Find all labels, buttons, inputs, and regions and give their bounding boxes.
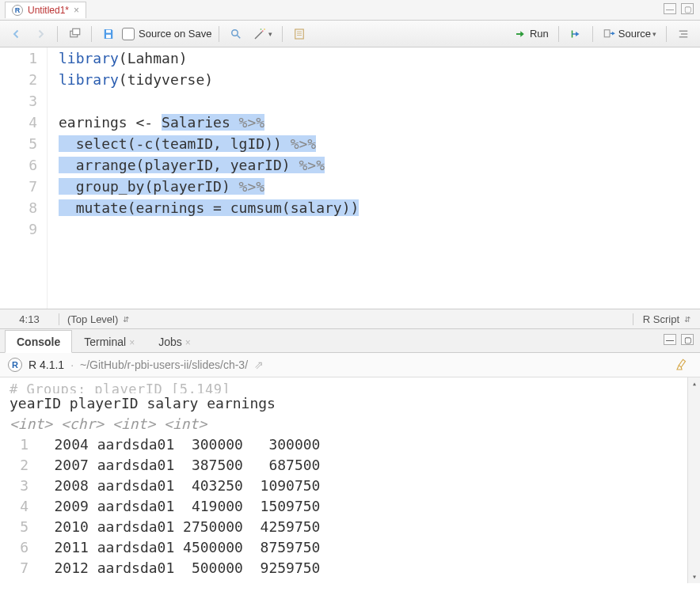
pane-window-controls: — ▢ bbox=[664, 334, 694, 345]
back-button[interactable] bbox=[6, 25, 27, 43]
popup-icon bbox=[67, 27, 82, 41]
console-line: # Groups: playerID [5,149] bbox=[10, 379, 700, 393]
save-button[interactable] bbox=[98, 25, 119, 43]
line-number: 6 bbox=[0, 154, 37, 176]
line-number: 4 bbox=[0, 112, 37, 133]
show-in-new-window-button[interactable] bbox=[64, 25, 85, 43]
arrow-right-icon bbox=[33, 27, 48, 41]
search-icon bbox=[229, 27, 243, 41]
console-output[interactable]: # Groups: playerID [5,149] yearID player… bbox=[0, 377, 700, 583]
broom-icon bbox=[675, 358, 689, 372]
code-line[interactable]: library(tidyverse) bbox=[59, 69, 700, 90]
file-tab-title: Untitled1* bbox=[28, 5, 69, 16]
run-button[interactable]: Run bbox=[511, 25, 552, 43]
maximize-icon[interactable]: ▢ bbox=[681, 3, 694, 14]
rerun-icon bbox=[569, 27, 583, 41]
cursor-position[interactable]: 4:13 bbox=[0, 313, 59, 325]
line-number-gutter: 123456789 bbox=[0, 47, 48, 309]
tab-console[interactable]: Console bbox=[5, 330, 72, 353]
editor-status-bar: 4:13 (Top Level) ⇵ R Script ⇵ bbox=[0, 309, 700, 329]
go-to-directory-icon[interactable]: ⇗ bbox=[254, 358, 264, 371]
close-icon[interactable]: × bbox=[129, 337, 135, 348]
svg-rect-12 bbox=[604, 29, 610, 36]
code-line[interactable]: library(Lahman) bbox=[59, 47, 700, 69]
checkbox-icon bbox=[122, 28, 135, 40]
minimize-icon[interactable]: — bbox=[664, 334, 676, 345]
scope-selector[interactable]: (Top Level) ⇵ bbox=[59, 313, 633, 325]
clear-console-button[interactable] bbox=[671, 356, 692, 374]
tibble-row: 4 2009 aardsda01 419000 1509750 bbox=[10, 496, 700, 517]
tab-terminal-label: Terminal bbox=[84, 336, 126, 348]
code-line[interactable]: group_by(playerID) %>% bbox=[59, 176, 700, 197]
minimize-icon[interactable]: — bbox=[664, 3, 676, 14]
code-line[interactable] bbox=[59, 90, 700, 112]
maximize-icon[interactable]: ▢ bbox=[681, 334, 694, 345]
code-line[interactable]: arrange(playerID, yearID) %>% bbox=[59, 154, 700, 176]
bottom-pane-tabs: Console Terminal× Jobs× — ▢ bbox=[0, 329, 700, 353]
line-number: 2 bbox=[0, 69, 37, 90]
separator bbox=[57, 26, 58, 42]
editor-toolbar: Source on Save ▾ Run Source ▾ bbox=[0, 21, 700, 47]
code-tools-button[interactable]: ▾ bbox=[249, 25, 276, 43]
arrow-left-icon bbox=[10, 27, 24, 41]
tab-jobs[interactable]: Jobs× bbox=[146, 330, 203, 353]
separator bbox=[219, 26, 219, 42]
notebook-icon bbox=[292, 27, 306, 41]
updown-icon: ⇵ bbox=[123, 315, 129, 324]
separator bbox=[91, 26, 92, 42]
tibble-header: yearID playerID salary earnings bbox=[10, 393, 700, 414]
magic-wand-icon bbox=[253, 27, 267, 41]
svg-point-4 bbox=[231, 29, 238, 36]
tab-terminal[interactable]: Terminal× bbox=[72, 330, 146, 353]
separator bbox=[558, 26, 559, 42]
line-number: 8 bbox=[0, 197, 37, 218]
outline-button[interactable] bbox=[673, 25, 694, 43]
pane-window-controls: — ▢ bbox=[664, 3, 694, 14]
code-line[interactable] bbox=[59, 218, 700, 240]
run-label: Run bbox=[530, 28, 549, 40]
chevron-down-icon: ▾ bbox=[652, 30, 656, 38]
close-icon[interactable]: × bbox=[74, 5, 79, 16]
tab-console-label: Console bbox=[17, 336, 60, 348]
chevron-down-icon: ▾ bbox=[268, 30, 272, 38]
separator bbox=[666, 26, 667, 42]
svg-rect-2 bbox=[106, 29, 111, 32]
run-icon bbox=[514, 27, 528, 41]
compile-report-button[interactable] bbox=[289, 25, 310, 43]
source-on-save-checkbox[interactable]: Source on Save bbox=[122, 28, 212, 40]
rerun-button[interactable] bbox=[565, 25, 586, 43]
line-number: 7 bbox=[0, 176, 37, 197]
code-line[interactable]: mutate(earnings = cumsum(salary)) bbox=[59, 197, 700, 218]
svg-point-6 bbox=[264, 28, 265, 30]
r-logo-icon: R bbox=[8, 358, 22, 372]
tibble-row: 2 2007 aardsda01 387500 687500 bbox=[10, 455, 700, 476]
language-label: R Script bbox=[643, 313, 679, 325]
console-scrollbar[interactable]: ▴ ▾ bbox=[687, 377, 700, 583]
source-icon bbox=[603, 27, 617, 41]
console-header: R R 4.1.1 · ~/GitHub/r-pbi-users-ii/slid… bbox=[0, 353, 700, 377]
scroll-down-icon[interactable]: ▾ bbox=[688, 571, 700, 583]
source-label: Source bbox=[618, 28, 651, 40]
find-button[interactable] bbox=[226, 25, 246, 43]
svg-rect-8 bbox=[295, 29, 303, 39]
line-number: 3 bbox=[0, 90, 37, 112]
forward-button[interactable] bbox=[30, 25, 51, 43]
scroll-up-icon[interactable]: ▴ bbox=[688, 377, 700, 390]
source-button[interactable]: Source ▾ bbox=[599, 25, 660, 43]
code-line[interactable]: earnings <- Salaries %>% bbox=[59, 112, 700, 133]
working-directory-label[interactable]: ~/GitHub/r-pbi-users-ii/slides/ch-3/ bbox=[80, 358, 248, 371]
svg-point-5 bbox=[261, 30, 263, 32]
r-version-label: R 4.1.1 bbox=[29, 358, 64, 371]
outline-icon bbox=[676, 27, 690, 41]
code-area[interactable]: library(Lahman)library(tidyverse)earning… bbox=[48, 47, 700, 309]
close-icon[interactable]: × bbox=[185, 337, 191, 348]
svg-rect-3 bbox=[106, 34, 111, 38]
language-selector[interactable]: R Script ⇵ bbox=[633, 313, 700, 325]
file-tab[interactable]: R Untitled1* × bbox=[5, 2, 86, 18]
code-editor[interactable]: 123456789 library(Lahman)library(tidyver… bbox=[0, 47, 700, 309]
code-line[interactable]: select(-c(teamID, lgID)) %>% bbox=[59, 133, 700, 154]
updown-icon: ⇵ bbox=[684, 315, 690, 324]
scope-label: (Top Level) bbox=[67, 313, 118, 325]
tibble-row: 7 2012 aardsda01 500000 9259750 bbox=[10, 558, 700, 578]
editor-tab-strip: R Untitled1* × — ▢ bbox=[0, 0, 700, 21]
